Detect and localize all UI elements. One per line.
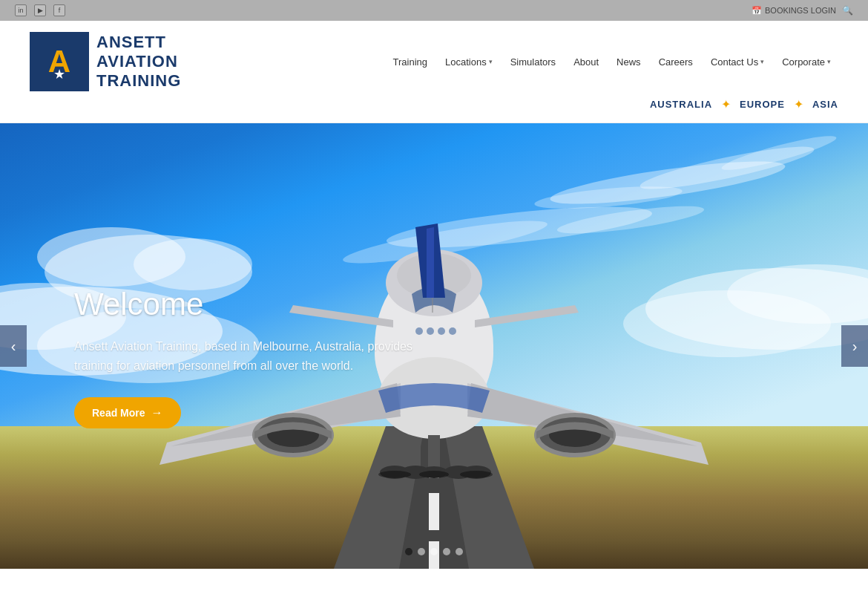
hero-prev-button[interactable]: ‹: [0, 325, 27, 367]
svg-point-49: [460, 471, 493, 478]
arrow-icon: →: [151, 406, 163, 420]
linkedin-icon[interactable]: in: [15, 4, 27, 16]
hero-section: Welcome Ansett Aviation Training, based …: [0, 123, 868, 569]
dot-2[interactable]: [418, 548, 425, 555]
main-nav: Training Locations ▾ Simulators About Ne…: [386, 52, 838, 72]
calendar-icon: 📅: [752, 6, 762, 16]
top-bar: in ▶ f 📅 BOOKINGS LOGIN 🔍: [0, 0, 868, 21]
region-bar: AUSTRALIA ✦ EUROPE ✦ ASIA: [30, 91, 838, 111]
region-australia[interactable]: AUSTRALIA: [650, 99, 712, 110]
dot-1[interactable]: [405, 548, 412, 555]
nav-careers[interactable]: Careers: [651, 52, 700, 72]
bookings-login-button[interactable]: 📅 BOOKINGS LOGIN: [752, 6, 836, 16]
dot-4[interactable]: [443, 548, 450, 555]
header-top: A ★ ANSETT AVIATION TRAINING Training Lo…: [30, 32, 838, 91]
region-star-2: ✦: [794, 97, 803, 111]
svg-point-35: [438, 327, 445, 335]
bookings-label: BOOKINGS LOGIN: [765, 6, 836, 15]
header: A ★ ANSETT AVIATION TRAINING Training Lo…: [0, 21, 868, 123]
logo-star-icon: ★: [53, 66, 65, 82]
youtube-icon[interactable]: ▶: [34, 4, 46, 16]
svg-point-47: [378, 471, 411, 478]
next-icon: ›: [852, 338, 858, 355]
logo-line2: AVIATION: [96, 52, 181, 71]
logo-box: A ★: [30, 32, 89, 91]
region-asia[interactable]: ASIA: [812, 99, 838, 110]
logo-line1: ANSETT: [96, 33, 181, 52]
corporate-dropdown-icon: ▾: [827, 58, 831, 65]
svg-point-48: [419, 471, 449, 478]
social-links: in ▶ f: [15, 4, 65, 16]
logo[interactable]: A ★ ANSETT AVIATION TRAINING: [30, 32, 181, 91]
locations-dropdown-icon: ▾: [489, 58, 493, 65]
nav-corporate[interactable]: Corporate ▾: [775, 52, 838, 72]
contact-dropdown-icon: ▾: [760, 58, 764, 65]
read-more-button[interactable]: Read More →: [74, 397, 181, 428]
search-icon[interactable]: 🔍: [842, 5, 853, 16]
read-more-label: Read More: [92, 407, 145, 419]
nav-about[interactable]: About: [566, 52, 606, 72]
hero-next-button[interactable]: ›: [841, 325, 868, 367]
nav-news[interactable]: News: [609, 52, 648, 72]
logo-text: ANSETT AVIATION TRAINING: [96, 33, 181, 91]
region-europe[interactable]: EUROPE: [740, 99, 785, 110]
svg-point-34: [427, 327, 434, 335]
svg-point-33: [415, 327, 423, 335]
nav-contact[interactable]: Contact Us ▾: [703, 52, 772, 72]
top-bar-right: 📅 BOOKINGS LOGIN 🔍: [752, 5, 853, 16]
region-star-1: ✦: [721, 97, 731, 111]
dot-3[interactable]: [430, 548, 438, 555]
dot-5[interactable]: [456, 548, 463, 555]
nav-locations[interactable]: Locations ▾: [438, 52, 500, 72]
svg-rect-19: [429, 493, 439, 530]
nav-simulators[interactable]: Simulators: [503, 52, 563, 72]
hero-title: Welcome: [74, 287, 415, 322]
hero-content: Welcome Ansett Aviation Training, based …: [74, 287, 415, 428]
facebook-icon[interactable]: f: [53, 4, 65, 16]
nav-training[interactable]: Training: [386, 52, 435, 72]
logo-line3: TRAINING: [96, 71, 181, 91]
hero-description: Ansett Aviation Training, based in Melbo…: [74, 337, 415, 375]
hero-dots: [405, 548, 463, 555]
svg-point-36: [449, 327, 456, 335]
prev-icon: ‹: [11, 338, 16, 355]
